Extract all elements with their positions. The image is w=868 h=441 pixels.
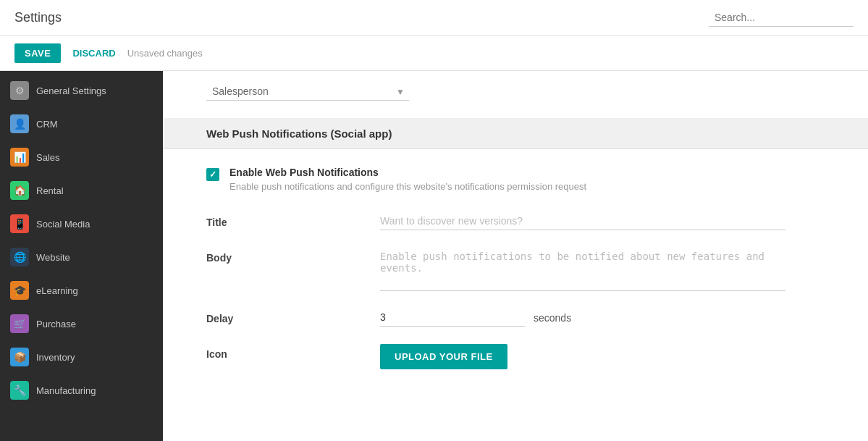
seconds-label: seconds	[534, 312, 571, 324]
icon-field-row: Icon UPLOAD YOUR FILE	[206, 344, 825, 369]
top-bar-left: Settings	[14, 10, 62, 25]
sidebar-item-label: Manufacturing	[36, 385, 96, 396]
salesperson-select[interactable]: Salesperson	[206, 83, 409, 101]
sidebar-item-purchase[interactable]: 🛒 Purchase	[0, 307, 163, 340]
sidebar-item-label: Social Media	[36, 219, 90, 230]
unsaved-changes-text: Unsaved changes	[127, 48, 203, 59]
sidebar-item-rental[interactable]: 🏠 Rental	[0, 174, 163, 207]
delay-field-row: Delay seconds	[206, 308, 825, 327]
salesperson-area: Salesperson ▼	[163, 71, 868, 119]
sidebar-item-website[interactable]: 🌐 Website	[0, 240, 163, 274]
save-button[interactable]: SAVE	[14, 43, 61, 63]
main-content: Salesperson ▼ Web Push Notifications (So…	[163, 71, 868, 441]
gear-icon: ⚙	[10, 81, 29, 100]
sidebar-item-label: eLearning	[36, 285, 78, 296]
delay-row: seconds	[380, 308, 825, 327]
social-media-icon: 📱	[10, 214, 29, 233]
sidebar-item-label: Sales	[36, 152, 60, 163]
discard-button[interactable]: DISCARD	[69, 43, 118, 63]
sidebar-item-elearning[interactable]: 🎓 eLearning	[0, 274, 163, 307]
rental-icon: 🏠	[10, 181, 29, 200]
sidebar-item-label: Purchase	[36, 319, 76, 329]
search-input[interactable]	[709, 9, 854, 27]
delay-label: Delay	[206, 308, 366, 324]
enable-checkbox-row: Enable Web Push Notifications Enable pus…	[206, 167, 825, 192]
sales-icon: 📊	[10, 148, 29, 167]
sidebar-item-label: Rental	[36, 185, 64, 196]
upload-file-button[interactable]: UPLOAD YOUR FILE	[380, 344, 507, 369]
enable-checkbox-desc: Enable push notifications and configure …	[229, 181, 586, 192]
sidebar-item-inventory[interactable]: 📦 Inventory	[0, 340, 163, 374]
sidebar-item-label: CRM	[36, 119, 58, 130]
website-icon: 🌐	[10, 248, 29, 266]
sidebar-item-label: Website	[36, 252, 70, 263]
elearning-icon: 🎓	[10, 281, 29, 300]
body-field-row: Body	[206, 248, 825, 291]
sidebar-item-label: General Settings	[36, 85, 106, 96]
icon-field-value: UPLOAD YOUR FILE	[380, 344, 825, 369]
page-title: Settings	[14, 10, 62, 25]
title-field-row: Title	[206, 212, 825, 230]
delay-input[interactable]	[380, 308, 525, 327]
manufacturing-icon: 🔧	[10, 381, 29, 400]
enable-checkbox[interactable]	[206, 168, 219, 181]
sidebar-item-social-media[interactable]: 📱 Social Media	[0, 207, 163, 240]
inventory-icon: 📦	[10, 348, 29, 366]
section-title: Web Push Notifications (Social app)	[206, 127, 392, 140]
crm-icon: 👤	[10, 114, 29, 133]
section-header: Web Push Notifications (Social app)	[163, 119, 868, 149]
delay-field-value: seconds	[380, 308, 825, 327]
sidebar-item-crm[interactable]: 👤 CRM	[0, 107, 163, 140]
sidebar-item-manufacturing[interactable]: 🔧 Manufacturing	[0, 374, 163, 407]
sidebar: ⚙ General Settings 👤 CRM 📊 Sales 🏠 Renta…	[0, 71, 163, 441]
body-textarea[interactable]	[380, 248, 785, 291]
title-label: Title	[206, 212, 366, 228]
toolbar: SAVE DISCARD Unsaved changes	[0, 36, 868, 71]
form-section: Enable Web Push Notifications Enable pus…	[163, 149, 868, 404]
icon-label: Icon	[206, 344, 366, 360]
title-field-value	[380, 212, 825, 230]
enable-checkbox-title: Enable Web Push Notifications	[229, 167, 586, 178]
body-label: Body	[206, 248, 366, 264]
enable-checkbox-label-group: Enable Web Push Notifications Enable pus…	[229, 167, 586, 192]
body-field-value	[380, 248, 825, 291]
purchase-icon: 🛒	[10, 314, 29, 333]
title-input[interactable]	[380, 212, 785, 230]
sidebar-item-general-settings[interactable]: ⚙ General Settings	[0, 74, 163, 107]
top-bar: Settings	[0, 0, 868, 36]
sidebar-item-label: Inventory	[36, 352, 75, 363]
sidebar-item-sales[interactable]: 📊 Sales	[0, 140, 163, 174]
layout: ⚙ General Settings 👤 CRM 📊 Sales 🏠 Renta…	[0, 71, 868, 441]
salesperson-select-wrapper: Salesperson ▼	[206, 83, 409, 101]
